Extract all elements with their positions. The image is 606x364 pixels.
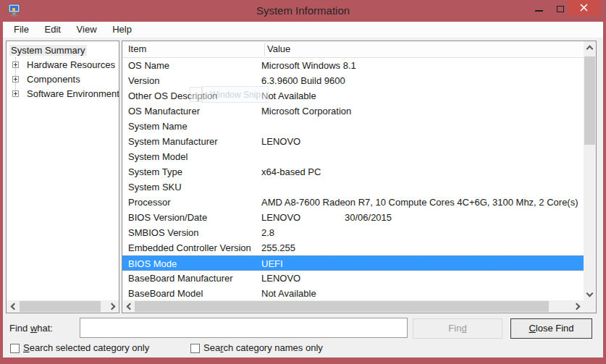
column-divider[interactable]: [264, 43, 265, 56]
table-row[interactable]: Other OS DescriptionNot Available: [122, 88, 584, 103]
table-row[interactable]: System ManufacturerLENOVO: [122, 134, 584, 149]
tree-item-hardware-resources[interactable]: Hardware Resources: [7, 58, 119, 72]
table-row[interactable]: System Name: [122, 119, 584, 134]
titlebar: System Information: [0, 0, 606, 22]
table-row[interactable]: System Typex64-based PC: [122, 164, 584, 179]
expand-plus-icon[interactable]: [12, 76, 19, 82]
scrollbar-thumb[interactable]: [135, 301, 549, 312]
scrollbar-corner: [584, 300, 596, 313]
close-find-button[interactable]: Close Find: [510, 318, 592, 339]
table-row[interactable]: System Model: [122, 149, 584, 164]
checkbox-search-selected-category-label: Search selected category only: [23, 342, 149, 353]
menu-file[interactable]: File: [7, 22, 35, 38]
tree-item-software-environment[interactable]: Software Environment: [7, 87, 119, 101]
table-row[interactable]: System SKU: [122, 179, 584, 195]
scroll-left-arrow-icon[interactable]: [7, 300, 19, 313]
window-title: System Information: [0, 0, 606, 22]
scrollbar-thumb[interactable]: [20, 301, 101, 312]
menu-edit[interactable]: Edit: [38, 22, 67, 38]
menu-bar: File Edit View Help: [3, 22, 603, 38]
list-vertical-scrollbar[interactable]: [584, 41, 596, 300]
checkbox-search-selected-category[interactable]: [10, 344, 20, 353]
table-row[interactable]: BaseBoard ModelNot Available: [122, 286, 584, 300]
list-header: Item Value: [122, 41, 584, 58]
window-border-left: [0, 22, 3, 364]
column-header-item[interactable]: Item: [128, 41, 146, 57]
list-horizontal-scrollbar[interactable]: [122, 300, 584, 313]
window-border-bottom: [0, 357, 606, 364]
minimize-button[interactable]: [526, 0, 551, 16]
scroll-right-arrow-icon[interactable]: [571, 300, 584, 313]
expand-plus-icon[interactable]: [12, 90, 19, 97]
details-list-pane: Item Value OS NameMicrosoft Windows 8.1 …: [122, 41, 597, 313]
column-header-value[interactable]: Value: [267, 41, 290, 57]
find-what-label: Find what:: [9, 323, 53, 334]
close-button[interactable]: [568, 0, 600, 15]
table-row[interactable]: SMBIOS Version2.8: [122, 225, 584, 240]
category-tree-pane: System Summary Hardware Resources Compon…: [6, 41, 119, 313]
scroll-right-arrow-icon[interactable]: [106, 300, 119, 313]
menu-view[interactable]: View: [70, 22, 104, 38]
table-row[interactable]: ProcessorAMD A8-7600 Radeon R7, 10 Compu…: [122, 195, 584, 210]
menu-help[interactable]: Help: [106, 22, 138, 38]
table-row-selected[interactable]: BIOS ModeUEFI: [122, 255, 584, 271]
table-row[interactable]: OS ManufacturerMicrosoft Corporation: [122, 103, 584, 119]
table-row[interactable]: Version6.3.9600 Build 9600: [122, 73, 584, 88]
maximize-icon: [557, 6, 564, 12]
tree-item-system-summary[interactable]: System Summary: [7, 43, 119, 58]
system-information-window: System Information File Edit View Help S…: [0, 0, 606, 364]
checkbox-search-category-names[interactable]: [190, 344, 200, 353]
scroll-up-arrow-icon[interactable]: [584, 41, 596, 54]
details-rows: OS NameMicrosoft Windows 8.1 Version6.3.…: [122, 58, 584, 300]
minimize-icon: [535, 10, 543, 12]
find-input[interactable]: [80, 318, 408, 338]
scroll-left-arrow-icon[interactable]: [122, 300, 135, 313]
table-row[interactable]: BIOS Version/DateLENOVO30/06/2015: [122, 210, 584, 225]
tree-horizontal-scrollbar[interactable]: [7, 300, 119, 313]
tree-item-components[interactable]: Components: [7, 72, 119, 87]
scroll-down-arrow-icon[interactable]: [584, 288, 596, 300]
table-row[interactable]: Embedded Controller Version255.255: [122, 240, 584, 255]
expand-plus-icon[interactable]: [12, 62, 19, 68]
scrollbar-thumb[interactable]: [584, 56, 595, 145]
find-button[interactable]: Find: [413, 318, 502, 339]
category-tree: System Summary Hardware Resources Compon…: [7, 41, 119, 300]
close-icon: [580, 4, 588, 12]
table-row[interactable]: BaseBoard ManufacturerLENOVO: [122, 271, 584, 286]
window-border-right: [603, 22, 606, 364]
checkbox-search-category-names-label: Search category names only: [203, 342, 323, 353]
table-row[interactable]: OS NameMicrosoft Windows 8.1: [122, 58, 584, 73]
